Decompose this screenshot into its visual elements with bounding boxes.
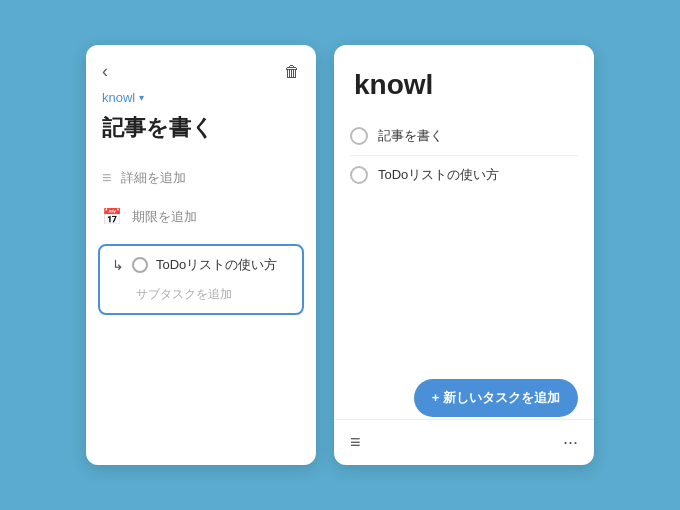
details-label: 詳細を追加: [121, 169, 186, 187]
task-list: 記事を書く ToDoリストの使い方: [334, 117, 594, 419]
project-name: knowl: [102, 90, 135, 105]
details-icon: ≡: [102, 169, 111, 187]
project-label[interactable]: knowl ▾: [86, 90, 316, 111]
subtask-arrow-icon: ↳: [112, 257, 124, 273]
right-footer: ≡ ···: [334, 419, 594, 465]
details-row[interactable]: ≡ 詳細を追加: [86, 159, 316, 197]
add-task-button[interactable]: + 新しいタスクを追加: [414, 379, 578, 417]
back-button[interactable]: ‹: [102, 61, 108, 82]
task-title: 記事を書く: [86, 111, 316, 159]
footer-dots-icon[interactable]: ···: [563, 432, 578, 453]
subtask-section: ↳ ToDoリストの使い方 サブタスクを追加: [98, 244, 304, 315]
footer-menu-icon[interactable]: ≡: [350, 432, 361, 453]
add-subtask-label[interactable]: サブタスクを追加: [112, 282, 290, 303]
right-title: knowl: [334, 45, 594, 117]
task-circle-1: [350, 127, 368, 145]
calendar-icon: 📅: [102, 207, 122, 226]
delete-button[interactable]: 🗑: [284, 63, 300, 81]
subtask-title: ToDoリストの使い方: [156, 256, 277, 274]
subtask-circle: [132, 257, 148, 273]
dropdown-arrow-icon: ▾: [139, 92, 144, 103]
task-text-2: ToDoリストの使い方: [378, 166, 499, 184]
deadline-row[interactable]: 📅 期限を追加: [86, 197, 316, 236]
task-circle-2: [350, 166, 368, 184]
left-header: ‹ 🗑: [86, 45, 316, 90]
task-item-2[interactable]: ToDoリストの使い方: [350, 156, 578, 194]
task-text-1: 記事を書く: [378, 127, 443, 145]
right-panel: knowl 記事を書く ToDoリストの使い方 + 新しいタスクを追加 ≡ ··…: [334, 45, 594, 465]
task-item-1[interactable]: 記事を書く: [350, 117, 578, 156]
deadline-label: 期限を追加: [132, 208, 197, 226]
left-panel: ‹ 🗑 knowl ▾ 記事を書く ≡ 詳細を追加 📅 期限を追加 ↳ ToDo…: [86, 45, 316, 465]
subtask-header: ↳ ToDoリストの使い方: [112, 256, 290, 274]
